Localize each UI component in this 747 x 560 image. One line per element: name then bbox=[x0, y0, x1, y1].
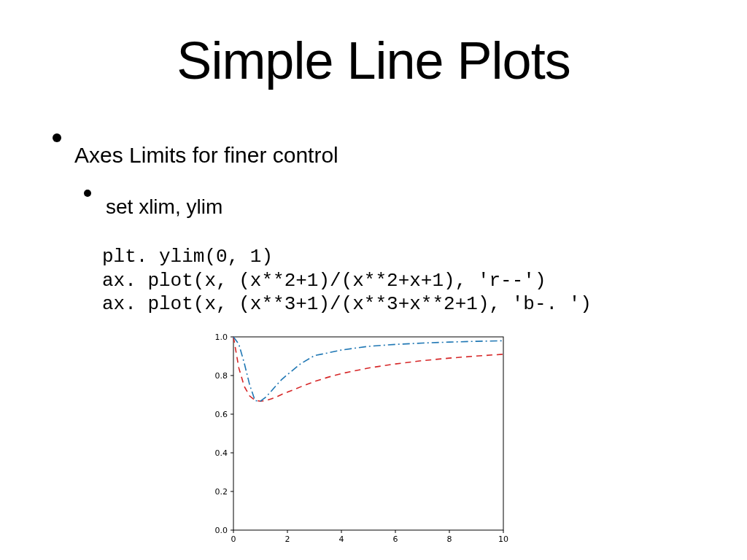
line-chart: 02468100.00.20.40.60.81.0 bbox=[204, 330, 514, 548]
svg-text:0: 0 bbox=[231, 534, 236, 544]
svg-text:0.4: 0.4 bbox=[215, 448, 228, 458]
svg-text:2: 2 bbox=[285, 534, 290, 544]
slide-title: Simple Line Plots bbox=[0, 0, 747, 90]
bullet-l2-text: set xlim, ylim bbox=[106, 195, 222, 219]
svg-text:1.0: 1.0 bbox=[215, 332, 228, 342]
bullet-level-1: Axes Limits for finer control bbox=[53, 143, 338, 168]
svg-text:6: 6 bbox=[393, 534, 398, 544]
svg-text:4: 4 bbox=[339, 534, 344, 544]
svg-text:0.0: 0.0 bbox=[215, 526, 228, 535]
svg-rect-0 bbox=[233, 337, 503, 530]
bullet-dot-icon bbox=[53, 133, 61, 142]
chart-svg: 02468100.00.20.40.60.81.0 bbox=[204, 330, 514, 548]
svg-text:0.8: 0.8 bbox=[215, 371, 228, 381]
svg-text:0.2: 0.2 bbox=[215, 487, 228, 497]
bullet-l1-text: Axes Limits for finer control bbox=[74, 143, 338, 168]
svg-text:8: 8 bbox=[447, 534, 452, 544]
svg-text:10: 10 bbox=[498, 534, 508, 544]
svg-text:0.6: 0.6 bbox=[215, 410, 228, 419]
bullet-dot-icon bbox=[84, 190, 91, 197]
code-block: plt. ylim(0, 1) ax. plot(x, (x**2+1)/(x*… bbox=[102, 245, 592, 316]
bullet-level-2: set xlim, ylim bbox=[84, 195, 222, 219]
